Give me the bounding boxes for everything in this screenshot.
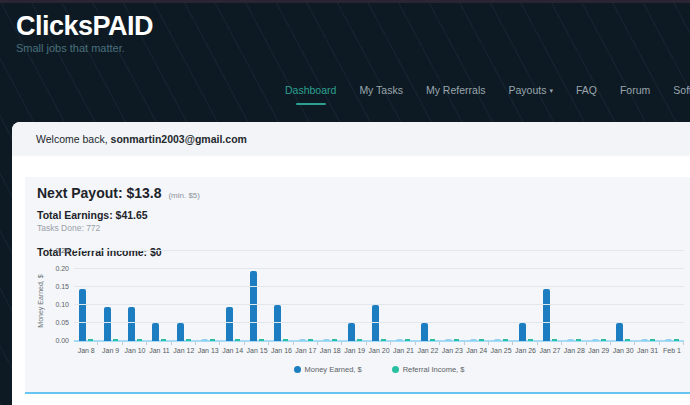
chart-column-jan-25 xyxy=(489,251,513,341)
x-tick-label: Jan 10 xyxy=(123,347,147,354)
chart-column-jan-19 xyxy=(342,251,366,341)
bar-money-earned[interactable] xyxy=(421,323,428,341)
x-tick-label: Jan 29 xyxy=(587,347,611,354)
chart-column-jan-10 xyxy=(123,251,147,341)
bar-money-earned[interactable] xyxy=(641,339,648,341)
logo-block: ClicksPAID Small jobs that matter. xyxy=(16,12,153,54)
bar-referral-income[interactable] xyxy=(283,339,288,341)
bar-referral-income[interactable] xyxy=(137,339,142,341)
bar-money-earned[interactable] xyxy=(494,339,501,341)
bar-money-earned[interactable] xyxy=(177,323,184,341)
chart-column-jan-15 xyxy=(245,251,269,341)
y-tick-label: 0.25 xyxy=(43,247,69,254)
bar-referral-income[interactable] xyxy=(454,339,459,341)
gridline-0.10 xyxy=(74,304,684,305)
x-tick-label: Jan 8 xyxy=(74,347,98,354)
x-tick-label: Jan 20 xyxy=(367,347,391,354)
bar-money-earned[interactable] xyxy=(299,339,306,341)
bar-referral-income[interactable] xyxy=(210,339,215,341)
nav-item-software[interactable]: Software xyxy=(673,84,690,96)
bar-referral-income[interactable] xyxy=(357,339,362,341)
bar-money-earned[interactable] xyxy=(567,339,574,341)
nav-item-my-tasks[interactable]: My Tasks xyxy=(359,84,403,96)
nav-item-forum[interactable]: Forum xyxy=(620,84,650,96)
x-axis-tick xyxy=(366,342,367,345)
bar-money-earned[interactable] xyxy=(226,307,233,341)
bar-money-earned[interactable] xyxy=(79,289,86,341)
x-tick-label: Jan 25 xyxy=(489,347,513,354)
bar-referral-income[interactable] xyxy=(186,339,191,341)
legend-item-money-earned[interactable]: Money Earned, $ xyxy=(294,365,362,374)
x-tick-label: Jan 31 xyxy=(635,347,659,354)
bar-money-earned[interactable] xyxy=(543,289,550,341)
nav-item-faq[interactable]: FAQ xyxy=(576,84,597,96)
bar-referral-income[interactable] xyxy=(528,339,533,341)
x-axis-labels: Jan 8Jan 9Jan 10Jan 11Jan 12Jan 13Jan 14… xyxy=(74,347,684,354)
chart-column-jan-16 xyxy=(269,251,293,341)
x-axis-tick xyxy=(415,342,416,345)
bar-referral-income[interactable] xyxy=(430,339,435,341)
bar-referral-income[interactable] xyxy=(88,339,93,341)
bar-money-earned[interactable] xyxy=(665,339,672,341)
chart-plot-area xyxy=(74,251,684,341)
bar-referral-income[interactable] xyxy=(576,339,581,341)
x-tick-label: Jan 27 xyxy=(538,347,562,354)
chart-column-jan-23 xyxy=(440,251,464,341)
x-tick-label: Jan 17 xyxy=(294,347,318,354)
bar-money-earned[interactable] xyxy=(274,305,281,341)
bar-referral-income[interactable] xyxy=(235,339,240,341)
bar-referral-income[interactable] xyxy=(479,339,484,341)
x-axis-tick xyxy=(268,342,269,345)
bar-money-earned[interactable] xyxy=(470,339,477,341)
bar-money-earned[interactable] xyxy=(348,323,355,341)
bar-money-earned[interactable] xyxy=(104,307,111,341)
legend-item-referral-income[interactable]: Referral Income, $ xyxy=(392,365,465,374)
bar-referral-income[interactable] xyxy=(601,339,606,341)
gridline-0.20 xyxy=(74,268,684,269)
nav-item-dashboard[interactable]: Dashboard xyxy=(285,84,336,96)
bar-money-earned[interactable] xyxy=(201,339,208,341)
chart-column-jan-28 xyxy=(562,251,586,341)
bar-referral-income[interactable] xyxy=(161,339,166,341)
total-earnings: Total Earnings: $41.65 xyxy=(37,209,200,221)
bar-money-earned[interactable] xyxy=(372,305,379,341)
next-payout-line: Next Payout: $13.8 (min. $5) xyxy=(37,185,200,201)
bar-referral-income[interactable] xyxy=(308,339,313,341)
nav-item-payouts[interactable]: Payouts▾ xyxy=(508,84,552,96)
bar-money-earned[interactable] xyxy=(445,339,452,341)
x-tick-label: Feb 1 xyxy=(660,347,684,354)
bar-referral-income[interactable] xyxy=(332,339,337,341)
bar-money-earned[interactable] xyxy=(592,339,599,341)
bar-money-earned[interactable] xyxy=(152,323,159,341)
bar-referral-income[interactable] xyxy=(674,339,679,341)
bar-money-earned[interactable] xyxy=(128,307,135,341)
x-axis-tick xyxy=(244,342,245,345)
bar-referral-income[interactable] xyxy=(650,339,655,341)
bar-referral-income[interactable] xyxy=(113,339,118,341)
bar-money-earned[interactable] xyxy=(396,339,403,341)
chart-column-jan-17 xyxy=(294,251,318,341)
y-tick-label: 0.05 xyxy=(43,319,69,326)
bar-referral-income[interactable] xyxy=(259,339,264,341)
bar-money-earned[interactable] xyxy=(250,271,257,341)
x-tick-label: Jan 28 xyxy=(562,347,586,354)
bar-money-earned[interactable] xyxy=(616,323,623,341)
next-payout-note: (min. $5) xyxy=(168,191,200,200)
bar-referral-income[interactable] xyxy=(625,339,630,341)
legend-label: Money Earned, $ xyxy=(305,365,362,374)
bar-referral-income[interactable] xyxy=(405,339,410,341)
earnings-chart: Money Earned, $ 0.000.050.100.150.200.25… xyxy=(35,251,684,385)
bar-money-earned[interactable] xyxy=(323,339,330,341)
x-tick-label: Jan 15 xyxy=(245,347,269,354)
nav-item-my-referrals[interactable]: My Referrals xyxy=(426,84,486,96)
page: { "header": { "logo_part1": "Clicks", "l… xyxy=(0,0,690,405)
chart-column-jan-22 xyxy=(416,251,440,341)
x-tick-label: Jan 30 xyxy=(611,347,635,354)
logo[interactable]: ClicksPAID xyxy=(16,12,153,40)
chart-column-jan-29 xyxy=(587,251,611,341)
x-axis-tick xyxy=(317,342,318,345)
bar-money-earned[interactable] xyxy=(519,323,526,341)
bar-referral-income[interactable] xyxy=(552,339,557,341)
bar-referral-income[interactable] xyxy=(381,339,386,341)
bar-referral-income[interactable] xyxy=(503,339,508,341)
